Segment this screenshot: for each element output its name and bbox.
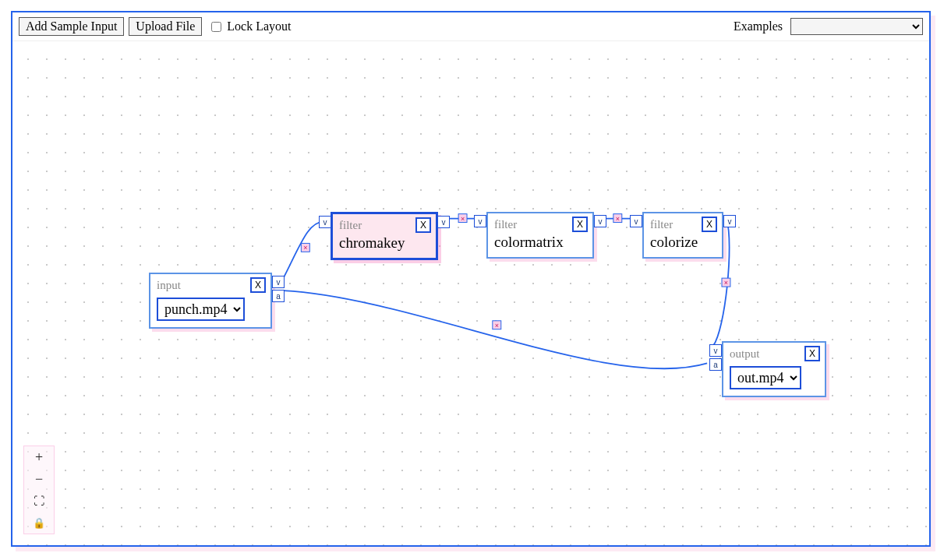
view-controls: + − ⛶ 🔒 bbox=[23, 446, 55, 534]
zoom-in-button[interactable]: + bbox=[24, 446, 54, 468]
node-close-button[interactable]: X bbox=[572, 217, 588, 232]
port-a-out[interactable]: a bbox=[272, 290, 285, 302]
svg-text:×: × bbox=[616, 215, 620, 223]
svg-rect-2 bbox=[493, 321, 501, 329]
port-v-out[interactable]: v bbox=[272, 276, 285, 288]
svg-rect-0 bbox=[301, 243, 309, 252]
node-title: colormatrix bbox=[494, 234, 586, 251]
port-v-out[interactable]: v bbox=[723, 215, 736, 227]
node-type-label: filter bbox=[650, 218, 673, 231]
node-filter-chromakey[interactable]: filter X chromakey v v bbox=[331, 212, 438, 260]
node-type-label: input bbox=[157, 279, 181, 292]
node-title: colorize bbox=[650, 234, 716, 251]
lock-layout-toggle[interactable]: Lock Layout bbox=[208, 19, 291, 34]
node-filter-colormatrix[interactable]: filter X colormatrix v v bbox=[486, 212, 594, 259]
svg-rect-4 bbox=[458, 214, 467, 223]
output-file-select[interactable]: out.mp4 bbox=[730, 366, 801, 389]
svg-text:×: × bbox=[461, 215, 465, 223]
node-close-button[interactable]: X bbox=[250, 277, 266, 293]
examples-select[interactable] bbox=[790, 18, 923, 35]
fit-view-button[interactable]: ⛶ bbox=[24, 490, 54, 512]
minus-icon: − bbox=[35, 471, 43, 488]
node-close-button[interactable]: X bbox=[415, 217, 431, 233]
svg-text:×: × bbox=[303, 244, 307, 252]
port-v-out[interactable]: v bbox=[437, 216, 450, 228]
fit-icon: ⛶ bbox=[34, 495, 44, 508]
port-v-in[interactable]: v bbox=[474, 215, 486, 227]
node-close-button[interactable]: X bbox=[804, 346, 820, 361]
toolbar: Add Sample Input Upload File Lock Layout… bbox=[12, 12, 929, 41]
node-title: chromakey bbox=[339, 234, 430, 252]
svg-rect-8 bbox=[722, 278, 730, 287]
upload-file-button[interactable]: Upload File bbox=[129, 17, 202, 36]
app-frame: Add Sample Input Upload File Lock Layout… bbox=[11, 11, 931, 547]
node-input[interactable]: input X punch.mp4 v a bbox=[149, 273, 272, 329]
node-output[interactable]: output X out.mp4 v a bbox=[722, 341, 826, 397]
node-type-label: filter bbox=[339, 219, 362, 232]
node-close-button[interactable]: X bbox=[702, 217, 717, 232]
port-v-out[interactable]: v bbox=[594, 215, 606, 227]
svg-text:×: × bbox=[724, 279, 728, 287]
svg-text:×: × bbox=[495, 322, 499, 329]
node-type-label: output bbox=[730, 347, 759, 361]
input-file-select[interactable]: punch.mp4 bbox=[157, 298, 245, 321]
port-v-in[interactable]: v bbox=[630, 215, 642, 227]
svg-rect-6 bbox=[613, 214, 622, 223]
add-sample-input-button[interactable]: Add Sample Input bbox=[19, 17, 124, 36]
zoom-out-button[interactable]: − bbox=[24, 468, 54, 490]
lock-view-button[interactable]: 🔒 bbox=[24, 512, 54, 534]
plus-icon: + bbox=[35, 449, 43, 466]
lock-layout-label: Lock Layout bbox=[227, 19, 291, 33]
examples-label: Examples bbox=[734, 19, 783, 33]
node-filter-colorize[interactable]: filter X colorize v v bbox=[642, 212, 723, 259]
graph-canvas[interactable]: × × × × × input X punch.mp4 bbox=[12, 44, 929, 545]
port-a-in[interactable]: a bbox=[709, 358, 722, 371]
port-v-in[interactable]: v bbox=[709, 344, 722, 357]
lock-layout-checkbox[interactable] bbox=[211, 22, 221, 32]
port-v-in[interactable]: v bbox=[319, 216, 331, 228]
node-type-label: filter bbox=[494, 218, 517, 231]
lock-icon: 🔒 bbox=[33, 517, 45, 530]
